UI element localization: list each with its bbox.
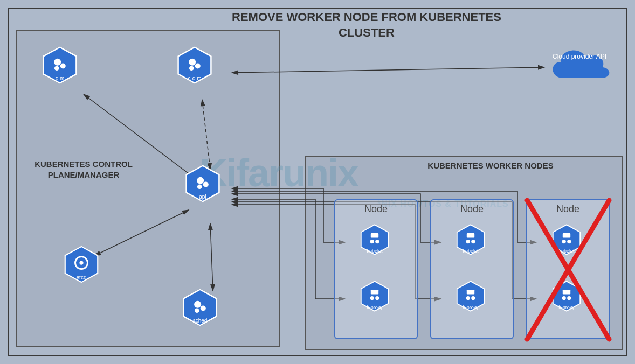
worker-node-2-title: Node (431, 204, 513, 215)
worker-node-3-title: Node (527, 204, 609, 215)
svg-point-46 (466, 296, 470, 300)
svg-point-15 (195, 63, 201, 68)
svg-rect-33 (371, 233, 378, 237)
worker-node-2-kubelet-icon: kubelet (454, 223, 487, 256)
svg-point-20 (197, 177, 204, 184)
worker-node-2-kubelet-label: kubelet (454, 248, 487, 254)
worker-node-2: Node (430, 199, 514, 339)
svg-point-39 (375, 296, 379, 300)
svg-point-22 (197, 184, 202, 189)
svg-point-50 (562, 240, 566, 243)
worker-node-2-kproxy-label: k-proxy (454, 305, 487, 310)
svg-point-47 (471, 296, 475, 300)
worker-node-1-kproxy-icon: k-proxy (358, 280, 391, 312)
worker-node-2-kproxy-icon: k-proxy (454, 280, 487, 312)
svg-point-35 (375, 240, 379, 243)
svg-point-30 (201, 305, 206, 311)
svg-point-55 (567, 296, 571, 300)
svg-point-43 (471, 240, 475, 243)
svg-rect-49 (563, 233, 570, 237)
svg-rect-53 (563, 290, 570, 294)
svg-rect-41 (467, 233, 474, 237)
svg-point-31 (195, 308, 199, 313)
svg-point-51 (567, 240, 571, 243)
worker-nodes-label: KUBERNETES WORKER NODES (420, 160, 561, 171)
svg-point-10 (54, 66, 59, 71)
svg-point-34 (370, 240, 374, 243)
svg-point-14 (189, 59, 196, 66)
worker-node-3-kproxy-icon: k-proxy (550, 280, 583, 312)
etcd-label: etcd (62, 275, 101, 281)
cloud-controller-manager-label: c-c-m (175, 75, 214, 81)
svg-point-25 (79, 261, 83, 265)
svg-point-8 (54, 59, 61, 66)
control-plane-label: KUBERNETES CONTROL PLANE/MANAGER (24, 159, 143, 180)
worker-node-3: Node (526, 199, 610, 339)
worker-node-3-kproxy-label: k-proxy (550, 305, 583, 310)
worker-node-3-kubelet-icon: kubelet (550, 223, 583, 256)
cloud-provider-icon (544, 40, 615, 89)
worker-node-1-title: Node (335, 204, 417, 215)
worker-node-1-kproxy-label: k-proxy (358, 305, 391, 310)
svg-point-16 (189, 66, 194, 71)
controller-manager-label: c-m (40, 75, 79, 81)
svg-point-21 (203, 181, 209, 187)
svg-point-42 (466, 240, 470, 243)
svg-rect-37 (371, 290, 378, 294)
svg-point-38 (370, 296, 374, 300)
svg-point-9 (60, 63, 66, 68)
worker-node-3-kubelet-label: kubelet (550, 248, 583, 254)
svg-point-54 (562, 296, 566, 300)
svg-rect-45 (467, 290, 474, 294)
worker-node-1-kubelet-label: kubelet (358, 248, 391, 254)
worker-node-1: Node (334, 199, 418, 339)
svg-point-29 (194, 301, 201, 308)
api-server-label: api (183, 194, 222, 200)
scheduler-label: sched (181, 318, 219, 324)
worker-node-1-kubelet-icon: kubelet (358, 223, 391, 256)
